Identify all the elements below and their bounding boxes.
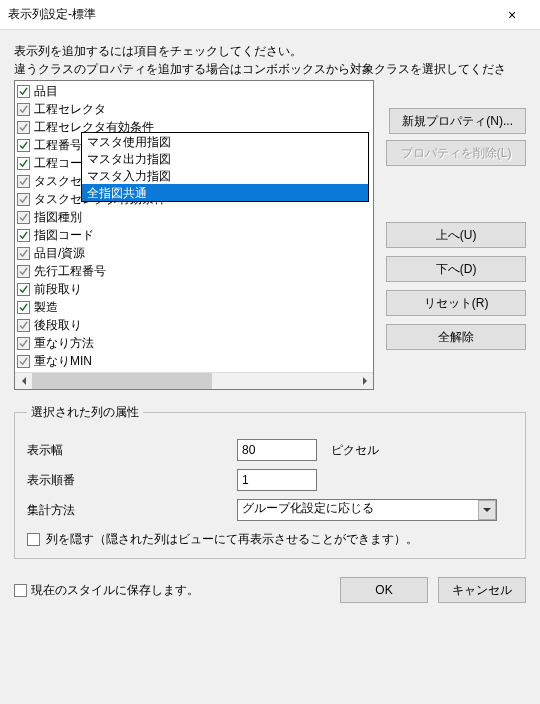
display-width-input[interactable] bbox=[237, 439, 317, 461]
item-label: 指図コード bbox=[34, 227, 94, 244]
delete-property-button[interactable]: プロパティを削除(L) bbox=[386, 140, 526, 166]
move-up-button[interactable]: 上へ(U) bbox=[386, 222, 526, 248]
scroll-right-icon[interactable] bbox=[356, 373, 373, 390]
save-style-label: 現在のスタイルに保存します。 bbox=[31, 582, 199, 599]
chevron-down-icon[interactable] bbox=[478, 500, 496, 520]
class-option[interactable]: マスタ入力指図 bbox=[82, 167, 368, 184]
item-checkbox[interactable] bbox=[17, 121, 30, 134]
hide-column-checkbox[interactable] bbox=[27, 533, 40, 546]
item-label: 前段取り bbox=[34, 281, 82, 298]
scroll-left-icon[interactable] bbox=[15, 373, 32, 390]
list-item[interactable]: 品目 bbox=[17, 82, 371, 100]
scrollbar-thumb[interactable] bbox=[32, 373, 212, 389]
aggregate-label: 集計方法 bbox=[27, 502, 107, 519]
class-dropdown[interactable]: マスタ使用指図マスタ出力指図マスタ入力指図全指図共通 bbox=[81, 132, 369, 202]
ok-button[interactable]: OK bbox=[340, 577, 428, 603]
item-checkbox[interactable] bbox=[17, 139, 30, 152]
item-checkbox[interactable] bbox=[17, 229, 30, 242]
horizontal-scrollbar[interactable] bbox=[15, 372, 373, 389]
item-label: 重なり方法 bbox=[34, 335, 94, 352]
item-checkbox[interactable] bbox=[17, 85, 30, 98]
item-checkbox[interactable] bbox=[17, 157, 30, 170]
class-option[interactable]: 全指図共通 bbox=[82, 184, 368, 201]
item-label: 工程セレクタ bbox=[34, 101, 106, 118]
pixel-unit: ピクセル bbox=[331, 442, 379, 459]
fieldset-legend: 選択された列の属性 bbox=[27, 404, 143, 421]
list-item[interactable]: 指図コード bbox=[17, 226, 371, 244]
list-item[interactable]: 後段取り bbox=[17, 316, 371, 334]
instruction-line-1: 表示列を追加するには項目をチェックしてください。 bbox=[14, 42, 526, 60]
item-checkbox[interactable] bbox=[17, 301, 30, 314]
item-checkbox[interactable] bbox=[17, 103, 30, 116]
display-order-input[interactable] bbox=[237, 469, 317, 491]
item-checkbox[interactable] bbox=[17, 337, 30, 350]
save-style-checkbox[interactable] bbox=[14, 584, 27, 597]
list-item[interactable]: 先行工程番号 bbox=[17, 262, 371, 280]
item-checkbox[interactable] bbox=[17, 265, 30, 278]
column-listbox[interactable]: 品目工程セレクタ工程セレクタ有効条件工程番号工程コードタスクセレクタタスクセレク… bbox=[14, 80, 374, 390]
list-item[interactable]: 重なり方法 bbox=[17, 334, 371, 352]
item-checkbox[interactable] bbox=[17, 211, 30, 224]
item-label: 工程番号 bbox=[34, 137, 82, 154]
list-item[interactable]: 工程セレクタ bbox=[17, 100, 371, 118]
hide-column-label: 列を隠す（隠された列はビューにて再表示させることができます）。 bbox=[46, 531, 418, 548]
item-label: 指図種別 bbox=[34, 209, 82, 226]
aggregate-value: グループ化設定に応じる bbox=[242, 501, 374, 515]
new-property-button[interactable]: 新規プロパティ(N)... bbox=[389, 108, 526, 134]
item-checkbox[interactable] bbox=[17, 175, 30, 188]
clear-all-button[interactable]: 全解除 bbox=[386, 324, 526, 350]
item-checkbox[interactable] bbox=[17, 319, 30, 332]
item-label: 重なりMIN bbox=[34, 353, 92, 370]
item-checkbox[interactable] bbox=[17, 283, 30, 296]
item-checkbox[interactable] bbox=[17, 247, 30, 260]
titlebar: 表示列設定-標準 × bbox=[0, 0, 540, 30]
item-label: 先行工程番号 bbox=[34, 263, 106, 280]
list-item[interactable]: 品目/資源 bbox=[17, 244, 371, 262]
item-label: 製造 bbox=[34, 299, 58, 316]
window-title: 表示列設定-標準 bbox=[8, 6, 492, 23]
list-item[interactable]: 指図種別 bbox=[17, 208, 371, 226]
item-label: 後段取り bbox=[34, 317, 82, 334]
cancel-button[interactable]: キャンセル bbox=[438, 577, 526, 603]
list-item[interactable]: 重なりMIN bbox=[17, 352, 371, 370]
display-order-label: 表示順番 bbox=[27, 472, 107, 489]
list-item[interactable]: 前段取り bbox=[17, 280, 371, 298]
item-checkbox[interactable] bbox=[17, 355, 30, 368]
list-item[interactable]: 製造 bbox=[17, 298, 371, 316]
reset-button[interactable]: リセット(R) bbox=[386, 290, 526, 316]
move-down-button[interactable]: 下へ(D) bbox=[386, 256, 526, 282]
class-option[interactable]: マスタ出力指図 bbox=[82, 150, 368, 167]
selected-column-fieldset: 選択された列の属性 表示幅 ピクセル 表示順番 集計方法 グループ化設定に応じる… bbox=[14, 404, 526, 559]
display-width-label: 表示幅 bbox=[27, 442, 107, 459]
close-icon[interactable]: × bbox=[492, 7, 532, 23]
item-checkbox[interactable] bbox=[17, 193, 30, 206]
class-option[interactable]: マスタ使用指図 bbox=[82, 133, 368, 150]
item-label: 品目 bbox=[34, 83, 58, 100]
aggregate-select[interactable]: グループ化設定に応じる bbox=[237, 499, 497, 521]
item-label: 品目/資源 bbox=[34, 245, 85, 262]
